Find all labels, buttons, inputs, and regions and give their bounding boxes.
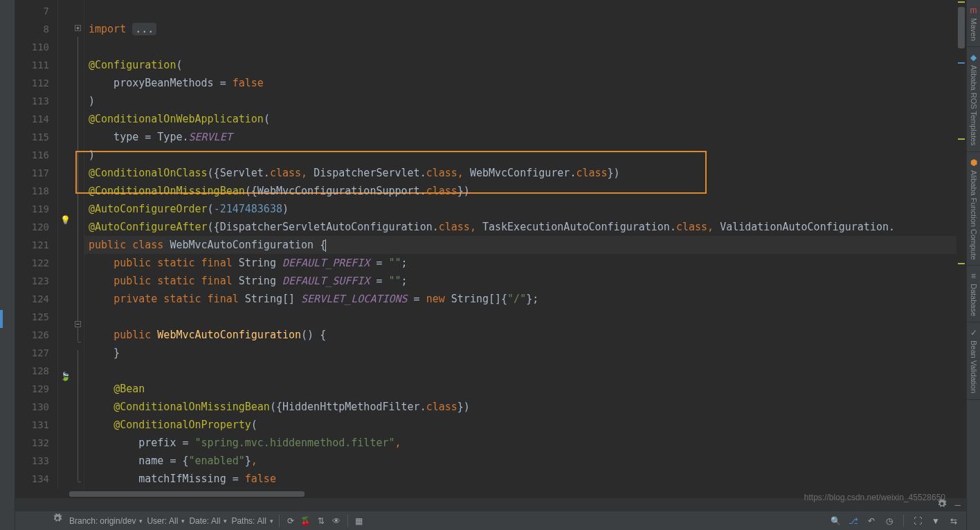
- code-line[interactable]: [84, 38, 966, 56]
- rail-item-database[interactable]: ≡Database: [967, 266, 980, 322]
- code-line[interactable]: @Configuration(: [84, 56, 966, 74]
- line-number: 112: [15, 74, 57, 92]
- status-bar: Branch: origin/dev▾ User: All▾ Date: All…: [0, 511, 966, 530]
- fold-handle[interactable]: [72, 385, 84, 403]
- cherry-pick-icon[interactable]: 🍒: [300, 515, 311, 527]
- right-tool-rail: mMaven◆Alibaba ROS Templates⬢Alibaba Fun…: [966, 0, 980, 530]
- fold-handle[interactable]: [72, 333, 84, 350]
- code-line[interactable]: }: [84, 344, 966, 362]
- fold-handle[interactable]: [72, 368, 84, 385]
- fold-handle[interactable]: [72, 403, 84, 420]
- fold-handle[interactable]: [72, 89, 84, 107]
- fold-handle[interactable]: [72, 420, 84, 437]
- line-number: 114: [15, 110, 57, 128]
- fold-handle[interactable]: [72, 194, 84, 211]
- clock-icon[interactable]: ◷: [884, 515, 895, 527]
- code-line[interactable]: public static final String DEFAULT_PREFI…: [84, 254, 966, 272]
- undo-icon[interactable]: ↶: [866, 515, 877, 527]
- rail-icon: ⬢: [970, 158, 977, 167]
- fold-handle[interactable]: [72, 37, 84, 54]
- fold-handle[interactable]: +: [72, 19, 84, 37]
- push-icon[interactable]: ⇅: [316, 515, 327, 527]
- code-line[interactable]: @ConditionalOnProperty(: [84, 416, 966, 434]
- fold-handle[interactable]: [72, 473, 84, 490]
- fold-handle[interactable]: [72, 350, 84, 367]
- fold-handle[interactable]: [72, 141, 84, 158]
- bookmark-marker: [0, 310, 3, 328]
- code-line[interactable]: name = {"enabled"},: [84, 452, 966, 470]
- code-line[interactable]: [84, 2, 966, 20]
- code-line[interactable]: prefix = "spring.mvc.hiddenmethod.filter…: [84, 434, 966, 452]
- refresh-icon[interactable]: ⟳: [285, 515, 296, 527]
- code-line[interactable]: @ConditionalOnMissingBean({WebMvcConfigu…: [84, 182, 966, 200]
- fold-handle[interactable]: [72, 107, 84, 124]
- code-line[interactable]: @ConditionalOnMissingBean({HiddenHttpMet…: [84, 398, 966, 416]
- fold-handle[interactable]: [72, 72, 84, 89]
- fold-gutter[interactable]: +−: [72, 0, 84, 490]
- settings-icon[interactable]: [53, 513, 62, 525]
- line-number: 130: [15, 398, 57, 416]
- code-line[interactable]: public WebMvcAutoConfiguration() {: [84, 326, 966, 344]
- fold-handle[interactable]: [72, 176, 84, 194]
- code-line[interactable]: [84, 362, 966, 380]
- rail-item-alibaba-ros-templates[interactable]: ◆Alibaba ROS Templates: [967, 47, 980, 152]
- rail-icon: m: [970, 6, 977, 15]
- code-line[interactable]: ): [84, 92, 966, 110]
- watermark: https://blog.csdn.net/weixin_45528650: [804, 493, 945, 502]
- fold-handle[interactable]: [72, 2, 84, 19]
- code-line[interactable]: ): [84, 146, 966, 164]
- date-selector[interactable]: Date: All▾: [189, 516, 227, 526]
- fold-handle[interactable]: [72, 246, 84, 263]
- line-number: 129: [15, 380, 57, 398]
- line-number: 125: [15, 308, 57, 326]
- fold-handle[interactable]: [72, 228, 84, 246]
- minimize-icon[interactable]: —: [955, 499, 961, 510]
- user-selector[interactable]: User: All▾: [147, 516, 185, 526]
- fold-handle[interactable]: [72, 437, 84, 455]
- rail-item-maven[interactable]: mMaven: [967, 0, 980, 47]
- code-area[interactable]: import ...@Configuration( proxyBeanMetho…: [84, 0, 966, 490]
- code-line[interactable]: private static final String[] SERVLET_LO…: [84, 290, 966, 308]
- grid-icon[interactable]: ▦: [354, 515, 365, 527]
- code-line[interactable]: @AutoConfigureAfter({DispatcherServletAu…: [84, 218, 966, 236]
- fold-handle[interactable]: [72, 298, 84, 316]
- code-line[interactable]: matchIfMissing = false: [84, 470, 966, 488]
- filter-icon[interactable]: ▼: [930, 515, 941, 527]
- line-number-gutter: 7811011111211311411511611711811912012112…: [15, 0, 58, 490]
- vertical-scrollbar[interactable]: [956, 0, 966, 490]
- expand-icon[interactable]: ⛶: [912, 515, 923, 527]
- line-number: 117: [15, 164, 57, 182]
- code-line[interactable]: @AutoConfigureOrder(-2147483638): [84, 200, 966, 218]
- code-line[interactable]: public static final String DEFAULT_SUFFI…: [84, 272, 966, 290]
- branch-icon[interactable]: ⎇: [848, 515, 859, 527]
- diff-icon[interactable]: ⇆: [948, 515, 959, 527]
- code-line[interactable]: @Bean: [84, 380, 966, 398]
- code-line[interactable]: proxyBeanMethods = false: [84, 74, 966, 92]
- bean-icon: 🍃: [58, 368, 72, 385]
- rail-item-bean-validation[interactable]: ✓Bean Validation: [967, 322, 980, 399]
- code-line[interactable]: public class WebMvcAutoConfiguration {: [84, 236, 966, 254]
- code-line[interactable]: type = Type.SERVLET: [84, 128, 966, 146]
- scrollbar-thumb-v[interactable]: [958, 7, 965, 48]
- scrollbar-thumb-h[interactable]: [69, 491, 305, 497]
- rail-icon: ◆: [970, 53, 977, 62]
- fold-handle[interactable]: [72, 281, 84, 298]
- fold-handle[interactable]: [72, 455, 84, 472]
- code-line[interactable]: import ...: [84, 20, 966, 38]
- branch-selector[interactable]: Branch: origin/dev▾: [69, 516, 143, 526]
- fold-handle[interactable]: [72, 55, 84, 72]
- rail-item-alibaba-function-compute[interactable]: ⬢Alibaba Function Compute: [967, 152, 980, 266]
- fold-handle[interactable]: [72, 159, 84, 176]
- code-line[interactable]: @ConditionalOnWebApplication(: [84, 110, 966, 128]
- fold-handle[interactable]: −: [72, 316, 84, 333]
- line-number: 119: [15, 200, 57, 218]
- eye-icon[interactable]: 👁: [331, 515, 342, 527]
- fold-handle[interactable]: [72, 124, 84, 141]
- search-icon[interactable]: 🔍: [830, 515, 841, 527]
- code-line[interactable]: @ConditionalOnClass({Servlet.class, Disp…: [84, 164, 966, 182]
- code-line[interactable]: [84, 308, 966, 326]
- paths-selector[interactable]: Paths: All▾: [231, 516, 273, 526]
- line-number: 132: [15, 434, 57, 452]
- fold-handle[interactable]: [72, 264, 84, 281]
- fold-handle[interactable]: [72, 211, 84, 228]
